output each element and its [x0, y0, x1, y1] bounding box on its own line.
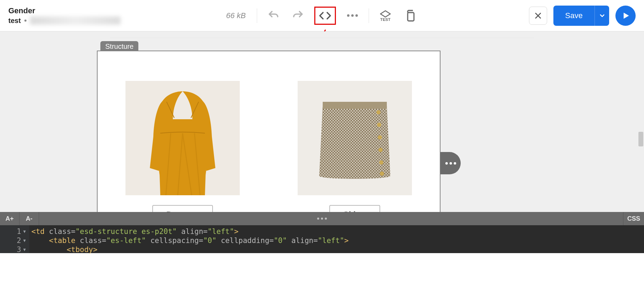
test-button[interactable]: TEST: [377, 8, 393, 24]
product-column-skirts: Skirts: [298, 81, 412, 212]
doc-title-line2-text: test: [8, 16, 21, 25]
dresses-button[interactable]: Dresses: [152, 205, 213, 212]
svg-point-14: [377, 123, 381, 127]
css-tab-button[interactable]: CSS: [623, 212, 644, 225]
fold-icon[interactable]: ▼: [23, 227, 26, 236]
toolbar-right: Save: [529, 6, 636, 26]
svg-point-13: [376, 110, 381, 114]
redacted-text: [30, 16, 121, 25]
line-number: 2: [17, 236, 21, 245]
line-number: 3: [17, 245, 21, 254]
side-panel-toggle[interactable]: [440, 152, 461, 174]
undo-icon: [267, 9, 280, 22]
scrollbar-thumb[interactable]: [638, 132, 643, 146]
more-icon: [347, 14, 358, 17]
copy-icon: [404, 9, 416, 22]
save-button[interactable]: Save: [553, 6, 595, 26]
undo-button[interactable]: [266, 8, 282, 24]
svg-rect-1: [408, 13, 414, 21]
code-gutter: 1▼ 2▼ 3▼: [0, 225, 29, 253]
divider: [369, 8, 369, 23]
svg-text:TEST: TEST: [380, 17, 391, 22]
toolbar-center: 66 kB TEST: [226, 7, 418, 25]
product-image-dress[interactable]: [125, 81, 240, 195]
file-size-label: 66 kB: [226, 11, 246, 20]
zoom-in-button[interactable]: A+: [0, 212, 20, 225]
fold-icon[interactable]: ▼: [23, 245, 26, 254]
skirts-button[interactable]: Skirts: [329, 205, 381, 212]
divider: [257, 8, 257, 23]
play-icon: [621, 11, 630, 20]
svg-point-15: [378, 135, 382, 139]
code-toolbar: A+ A- CSS: [0, 212, 644, 225]
redo-icon: [292, 9, 304, 22]
svg-rect-12: [323, 102, 387, 109]
test-icon: TEST: [379, 9, 392, 22]
close-button[interactable]: [529, 7, 547, 25]
top-toolbar: Gender test 66 kB TEST: [0, 0, 644, 31]
copy-button[interactable]: [402, 8, 418, 24]
email-structure-block[interactable]: Dresses: [97, 51, 440, 212]
chevron-down-icon: [599, 12, 606, 19]
fold-icon[interactable]: ▼: [23, 236, 26, 245]
svg-point-18: [380, 172, 384, 176]
doc-title-line1: Gender: [8, 6, 121, 16]
dress-illustration-icon: [125, 81, 240, 195]
code-editor[interactable]: 1▼ 2▼ 3▼ <td class="esd-structure es-p20…: [0, 225, 644, 253]
product-column-dresses: Dresses: [125, 81, 240, 212]
unsaved-dot-icon: [24, 20, 26, 22]
play-button[interactable]: [615, 6, 636, 26]
svg-point-16: [378, 148, 383, 152]
more-button[interactable]: [344, 8, 360, 24]
panel-drag-handle[interactable]: [317, 218, 327, 220]
zoom-out-button[interactable]: A-: [20, 212, 39, 225]
svg-point-17: [379, 160, 383, 165]
editor-area: Structure Dresses: [0, 31, 644, 212]
save-dropdown-button[interactable]: [595, 6, 609, 26]
dot-icon: [445, 162, 448, 165]
close-icon: [534, 12, 542, 20]
product-image-skirt[interactable]: [298, 81, 412, 195]
code-icon: [319, 9, 331, 22]
line-number: 1: [17, 227, 21, 236]
skirt-illustration-icon: [298, 81, 412, 195]
svg-marker-4: [624, 13, 629, 18]
products-row: Dresses: [125, 81, 412, 212]
redo-button[interactable]: [290, 8, 306, 24]
divider: [110, 38, 534, 38]
save-button-group: Save: [553, 6, 609, 26]
dot-icon: [454, 162, 456, 165]
code-view-button[interactable]: [314, 7, 336, 25]
doc-title-line2: test: [8, 16, 121, 25]
code-lines[interactable]: <td class="esd-structure es-p20t" align=…: [29, 225, 348, 253]
title-block: Gender test: [8, 6, 121, 25]
dot-icon: [450, 162, 452, 165]
